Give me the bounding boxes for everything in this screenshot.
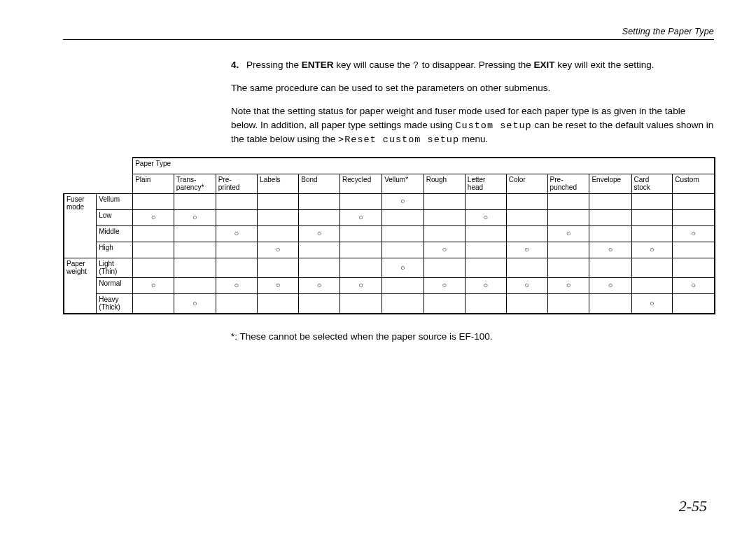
rowlabel-normal: Normal	[97, 277, 133, 293]
t: key will exit the setting.	[555, 60, 654, 70]
paper-type-table: Paper Type Plain Trans-parency* Pre-prin…	[63, 157, 715, 314]
row-fuser-vellum: Fusermode Vellum ○	[64, 193, 715, 209]
paragraph-2: Note that the setting status for paper w…	[231, 104, 714, 147]
rowlabel-vellum: Vellum	[97, 193, 133, 209]
t: key will cause the	[334, 60, 413, 70]
row-weight-light: Paperweight Light(Thin) ○	[64, 258, 715, 277]
group-fuser-mode: Fusermode	[64, 193, 97, 258]
col-labels: Labels	[258, 174, 299, 193]
step-4: 4. Pressing the ENTER key will cause the…	[231, 58, 714, 73]
col-preprinted: Pre-printed	[216, 174, 257, 193]
rowlabel-low: Low	[97, 209, 133, 225]
t: to disappear. Pressing the	[419, 60, 534, 70]
paragraph-1: The same procedure can be used to set th…	[231, 81, 714, 95]
rowlabel-heavy: Heavy(Thick)	[97, 293, 133, 314]
question-glyph: ?	[413, 60, 419, 71]
col-plain: Plain	[133, 174, 174, 193]
key-enter: ENTER	[302, 60, 334, 70]
footnote: *: These cannot be selected when the pap…	[231, 331, 714, 342]
col-color: Color	[506, 174, 547, 193]
t: Pressing the	[246, 60, 302, 70]
step-number: 4.	[231, 58, 246, 73]
col-custom: Custom	[673, 174, 715, 193]
rowlabel-middle: Middle	[97, 225, 133, 242]
t: menu.	[459, 134, 488, 144]
page-number: 2-55	[679, 497, 707, 515]
col-prepunched: Pre-punched	[547, 174, 589, 193]
row-weight-heavy: Heavy(Thick) ○○	[64, 293, 715, 314]
col-cardstock: Cardstock	[631, 174, 673, 193]
mono-custom-setup: Custom setup	[455, 120, 531, 131]
rowlabel-light: Light(Thin)	[97, 258, 133, 277]
row-fuser-middle: Middle ○○○○	[64, 225, 715, 242]
col-rough: Rough	[424, 174, 465, 193]
col-recycled: Recycled	[340, 174, 382, 193]
row-fuser-low: Low ○○○○	[64, 209, 715, 225]
col-vellum: Vellum*	[382, 174, 424, 193]
column-headers: Plain Trans-parency* Pre-printed Labels …	[64, 174, 715, 193]
step-text: Pressing the ENTER key will cause the ? …	[246, 58, 714, 73]
table-header-title: Paper Type	[133, 158, 715, 174]
col-bond: Bond	[299, 174, 340, 193]
section-title: Setting the Paper Type	[63, 27, 714, 40]
rowlabel-high: High	[97, 242, 133, 258]
mono-reset-custom-setup: >Reset custom setup	[338, 134, 459, 145]
group-paper-weight: Paperweight	[64, 258, 97, 314]
col-transparency: Trans-parency*	[174, 174, 216, 193]
key-exit: EXIT	[534, 60, 555, 70]
row-weight-normal: Normal ○○○○○○○○○○○	[64, 277, 715, 293]
col-letterhead: Letterhead	[465, 174, 506, 193]
row-fuser-high: High ○○○○○	[64, 242, 715, 258]
col-envelope: Envelope	[589, 174, 631, 193]
